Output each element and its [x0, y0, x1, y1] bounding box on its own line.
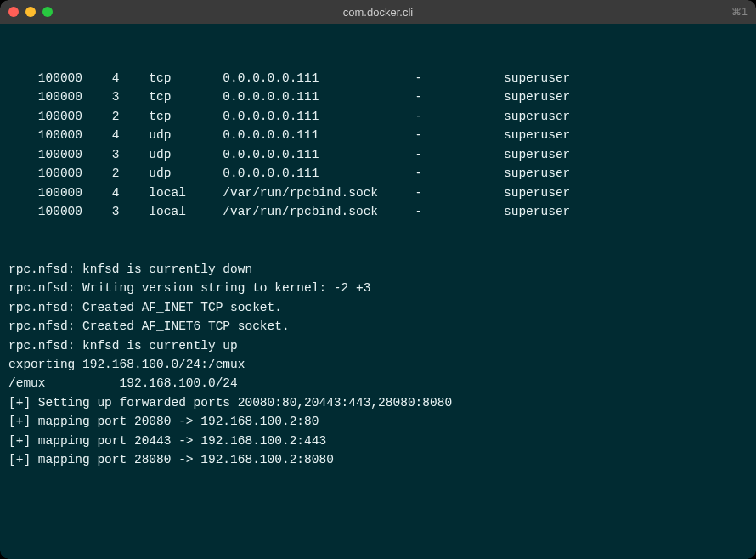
rpc-row: 100000 3 udp 0.0.0.0.0.111 - superuser — [8, 145, 748, 164]
log-line: [+] Setting up forwarded ports 20080:80,… — [8, 393, 748, 412]
log-line: rpc.nfsd: Writing version string to kern… — [8, 279, 748, 297]
minimize-icon[interactable] — [25, 7, 36, 17]
window-title: com.docker.cli — [0, 6, 756, 19]
blank-line — [8, 508, 748, 527]
terminal-output[interactable]: 100000 4 tcp 0.0.0.0.0.111 - superuser 1… — [0, 24, 756, 559]
log-line: rpc.nfsd: Created AF_INET TCP socket. — [8, 298, 748, 317]
rpc-row: 100000 2 tcp 0.0.0.0.0.111 - superuser — [8, 107, 748, 126]
rpc-row: 100000 4 local /var/run/rpcbind.sock - s… — [8, 184, 748, 202]
titlebar: com.docker.cli ⌘1 — [0, 0, 756, 24]
log-line: [+] mapping port 20443 -> 192.168.100.2:… — [8, 432, 748, 450]
log-line: /emux 192.168.100.0/24 — [8, 374, 748, 392]
log-line: [+] mapping port 20080 -> 192.168.100.2:… — [8, 412, 748, 431]
rpc-row: 100000 4 udp 0.0.0.0.0.111 - superuser — [8, 126, 748, 144]
rpc-row: 100000 3 local /var/run/rpcbind.sock - s… — [8, 202, 748, 221]
rpc-row: 100000 4 tcp 0.0.0.0.0.111 - superuser — [8, 69, 748, 88]
log-line: exporting 192.168.100.0/24:/emux — [8, 355, 748, 374]
log-line: rpc.nfsd: Created AF_INET6 TCP socket. — [8, 317, 748, 336]
log-line: rpc.nfsd: knfsd is currently up — [8, 336, 748, 355]
rpc-row: 100000 3 tcp 0.0.0.0.0.111 - superuser — [8, 88, 748, 106]
log-line: rpc.nfsd: knfsd is currently down — [8, 260, 748, 279]
close-icon[interactable] — [8, 7, 19, 17]
log-line: [+] mapping port 28080 -> 192.168.100.2:… — [8, 450, 748, 469]
window-shortcut: ⌘1 — [731, 6, 748, 18]
zoom-icon[interactable] — [42, 7, 53, 17]
window-controls — [8, 7, 53, 17]
rpc-row: 100000 2 udp 0.0.0.0.0.111 - superuser — [8, 164, 748, 183]
